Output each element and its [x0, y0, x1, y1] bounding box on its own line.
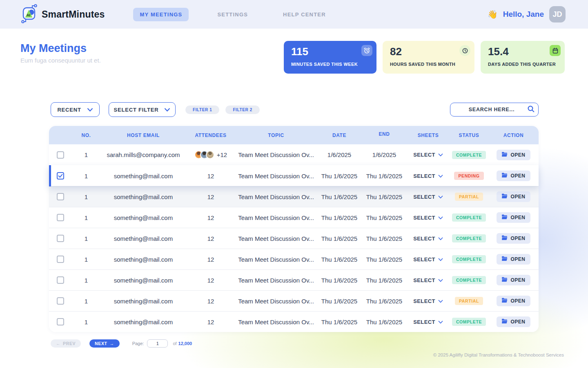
sheets-select-dropdown[interactable]: SELECT	[413, 298, 443, 304]
sheets-select-label: SELECT	[413, 194, 435, 200]
attendee-count: 12	[207, 298, 214, 305]
row-number: 1	[72, 298, 100, 305]
nav-item-my-meetings[interactable]: MY MEETINGS	[133, 8, 189, 21]
sheets-select-dropdown[interactable]: SELECT	[413, 319, 443, 325]
table-row: 1 something@mail.com 12 Team Meet Discus…	[49, 290, 539, 311]
chevron-down-icon	[438, 256, 443, 263]
status-cell: PARTIAL	[450, 193, 488, 201]
row-checkbox[interactable]	[57, 297, 64, 305]
user-avatar[interactable]: JD	[549, 6, 566, 22]
chevron-down-icon	[438, 319, 443, 325]
status-badge: COMPLETE	[452, 276, 486, 284]
sheets-select-dropdown[interactable]: SELECT	[413, 256, 443, 263]
meeting-end-date: Thu 1/6/2025	[362, 277, 407, 284]
action-cell: OPEN	[488, 275, 539, 285]
folder-icon	[501, 173, 508, 179]
attendees-cell: 12	[186, 256, 235, 263]
open-button[interactable]: OPEN	[497, 233, 530, 244]
stat-card-days: 15.4 DAYS ADDED THIS QUARTER	[481, 41, 565, 74]
open-button-label: OPEN	[510, 215, 525, 220]
table-row: 1 something@mail.com 12 Team Meet Discus…	[49, 311, 539, 332]
page-subtitle: Eum fuga consequuntur ut et.	[20, 57, 101, 64]
table-row: 1 something@mail.com 12 Team Meet Discus…	[49, 186, 539, 207]
sheets-cell: SELECT	[407, 194, 450, 200]
status-badge: COMPLETE	[452, 255, 486, 263]
svg-text:AI: AI	[27, 13, 30, 17]
row-checkbox[interactable]	[57, 235, 64, 242]
attendee-count: 12	[207, 173, 214, 180]
sheets-select-dropdown[interactable]: SELECT	[413, 152, 443, 158]
meeting-date: Thu 1/6/2025	[317, 173, 362, 180]
stats-cards: 115 MINUTES SAVED THIS WEEK 82 HOURS SAV…	[284, 41, 565, 74]
pagination: ← PREV NEXT → Page: of 12,000	[51, 339, 192, 348]
stat-label: HOURS SAVED THIS MONTH	[390, 62, 467, 67]
row-checkbox[interactable]	[57, 172, 64, 180]
prev-button[interactable]: ← PREV	[51, 339, 81, 348]
sheets-select-dropdown[interactable]: SELECT	[413, 215, 443, 221]
row-checkbox[interactable]	[57, 276, 64, 284]
nav-item-help-center[interactable]: HELP CENTER	[276, 8, 332, 21]
row-checkbox[interactable]	[57, 193, 64, 200]
open-button[interactable]: OPEN	[497, 191, 530, 202]
action-cell: OPEN	[488, 171, 539, 181]
row-checkbox[interactable]	[57, 256, 64, 263]
top-nav: AI SmartMinutes MY MEETINGS SETTINGS HEL…	[0, 0, 588, 29]
action-cell: OPEN	[488, 316, 539, 327]
nav-item-settings[interactable]: SETTINGS	[211, 8, 254, 21]
row-checkbox[interactable]	[57, 318, 64, 325]
stat-card-minutes: 115 MINUTES SAVED THIS WEEK	[284, 41, 376, 74]
open-button-label: OPEN	[510, 319, 525, 325]
open-button[interactable]: OPEN	[497, 296, 530, 306]
meeting-end-date: 1/6/2025	[362, 151, 407, 158]
open-button[interactable]: OPEN	[497, 150, 530, 160]
filter-chip-2[interactable]: FILTER 2	[225, 105, 259, 114]
meeting-end-date: Thu 1/6/2025	[362, 193, 407, 200]
row-checkbox[interactable]	[57, 151, 64, 159]
row-checkbox-cell	[49, 172, 72, 180]
sheets-select-dropdown[interactable]: SELECT	[413, 194, 443, 200]
page-number-input[interactable]	[147, 339, 168, 348]
open-button[interactable]: OPEN	[497, 212, 530, 223]
chevron-down-icon	[438, 236, 443, 242]
sort-dropdown[interactable]: RECENT	[51, 102, 100, 117]
clock-icon	[459, 45, 470, 56]
sheets-select-dropdown[interactable]: SELECT	[413, 173, 443, 179]
attendee-count: 12	[207, 319, 214, 325]
wave-emoji-icon: 👋	[488, 9, 498, 19]
folder-icon	[501, 152, 508, 158]
action-cell: OPEN	[488, 296, 539, 306]
search-icon[interactable]	[527, 105, 535, 114]
meeting-end-date: Thu 1/6/2025	[362, 214, 407, 221]
chevron-down-icon	[438, 194, 443, 200]
row-checkbox-cell	[49, 151, 72, 159]
brand-logo[interactable]: AI SmartMinutes	[20, 3, 105, 26]
filter-chip-1[interactable]: FILTER 1	[185, 105, 219, 114]
status-badge: COMPLETE	[452, 318, 486, 326]
stat-value: 15.4	[488, 46, 557, 58]
open-button-label: OPEN	[510, 173, 525, 179]
status-badge: COMPLETE	[452, 213, 486, 222]
open-button[interactable]: OPEN	[497, 275, 530, 285]
search-input[interactable]	[456, 107, 527, 112]
status-cell: COMPLETE	[450, 318, 488, 326]
sheets-select-dropdown[interactable]: SELECT	[413, 277, 443, 283]
column-header-no: NO.	[72, 132, 100, 138]
action-cell: OPEN	[488, 212, 539, 223]
open-button[interactable]: OPEN	[497, 316, 530, 327]
action-cell: OPEN	[488, 233, 539, 244]
sheets-select-dropdown[interactable]: SELECT	[413, 236, 443, 242]
next-button[interactable]: NEXT →	[89, 339, 120, 348]
meeting-date: Thu 1/6/2025	[317, 214, 362, 221]
row-checkbox-cell	[49, 276, 72, 284]
meeting-topic: Team Meet Discussion Ov...	[235, 319, 317, 325]
open-button[interactable]: OPEN	[497, 254, 530, 265]
open-button[interactable]: OPEN	[497, 171, 530, 181]
folder-icon	[501, 214, 508, 221]
sheets-select-label: SELECT	[413, 215, 435, 221]
row-number: 1	[72, 319, 100, 325]
meeting-end-date: Thu 1/6/2025	[362, 319, 407, 325]
filter-dropdown[interactable]: SELECT FILTER	[109, 102, 176, 117]
arrow-right-icon: →	[110, 341, 114, 346]
column-header-date: DATE	[317, 132, 362, 138]
row-checkbox[interactable]	[57, 214, 64, 221]
